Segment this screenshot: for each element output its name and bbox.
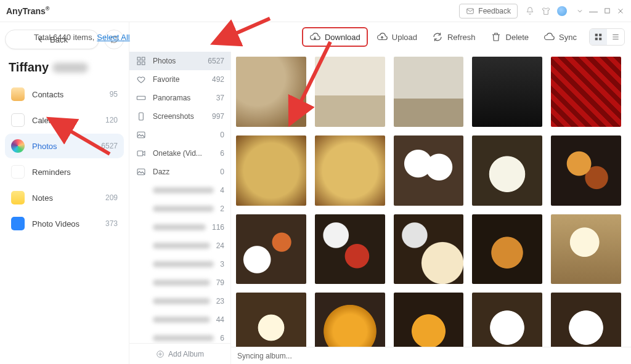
album-label — [153, 187, 214, 193]
photo-thumbnail[interactable] — [551, 293, 621, 347]
album-item[interactable]: 4 — [129, 181, 230, 200]
download-button[interactable]: Download — [302, 27, 368, 47]
avatar-icon[interactable] — [557, 6, 567, 16]
album-item[interactable]: 0 — [129, 126, 230, 144]
album-item[interactable]: 6 — [129, 329, 230, 343]
image-icon — [136, 277, 147, 288]
photo-thumbnail[interactable] — [236, 214, 306, 285]
bell-icon[interactable] — [525, 6, 535, 16]
album-item[interactable]: Panoramas 37 — [129, 89, 230, 107]
download-label: Download — [325, 33, 360, 42]
status-bar: Syncing album... — [231, 347, 631, 364]
delete-button[interactable]: Delete — [484, 27, 535, 47]
sync-button[interactable]: Sync — [537, 27, 583, 47]
sidebar-item-count: 120 — [105, 116, 118, 124]
album-count: 0 — [220, 168, 224, 176]
album-sidebar: Photos 6527 Favorite 492 Panoramas 37 Sc… — [129, 22, 231, 364]
sidebar-item-video[interactable]: Photo Videos 373 — [5, 211, 124, 236]
photo-thumbnail[interactable] — [236, 293, 306, 347]
album-item[interactable]: 116 — [129, 218, 230, 237]
photo-thumbnail[interactable] — [394, 57, 464, 127]
refresh-button[interactable]: Refresh — [426, 27, 482, 47]
minimize-icon[interactable]: — — [589, 6, 598, 16]
feedback-button[interactable]: Feedback — [459, 4, 518, 18]
back-button[interactable]: Back — [5, 30, 99, 49]
photo-grid-scroll[interactable] — [231, 52, 631, 347]
album-item[interactable]: Photos 6527 — [129, 52, 230, 70]
album-label — [153, 261, 214, 267]
tshirt-icon[interactable] — [541, 6, 551, 16]
image-icon — [136, 203, 147, 214]
sync-label: Sync — [559, 33, 577, 42]
upload-button[interactable]: Upload — [370, 27, 423, 47]
album-item[interactable]: 3 — [129, 255, 230, 273]
photo-thumbnail[interactable] — [551, 57, 621, 127]
calendar-icon — [11, 113, 25, 127]
photo-thumbnail[interactable] — [315, 57, 385, 127]
grid-view-icon[interactable] — [590, 29, 607, 45]
add-album-button[interactable]: Add Album — [129, 343, 230, 364]
sidebar: Back Tiffany Contacts 95 Calendar 120 Ph… — [0, 22, 129, 364]
photo-thumbnail[interactable] — [394, 293, 464, 347]
add-album-label: Add Album — [168, 350, 204, 358]
sidebar-item-contacts[interactable]: Contacts 95 — [5, 82, 124, 107]
plus-circle-icon — [156, 350, 165, 358]
svg-rect-12 — [595, 34, 598, 36]
album-label: Onetake (Vid... — [153, 149, 214, 158]
sidebar-item-photos[interactable]: Photos 6527 — [5, 134, 124, 158]
photo-thumbnail[interactable] — [472, 57, 542, 127]
arrow-left-icon — [36, 35, 45, 44]
image-icon — [136, 166, 147, 177]
photo-thumbnail[interactable] — [472, 293, 542, 347]
album-label — [153, 335, 214, 341]
album-label: Photos — [153, 57, 202, 65]
svg-rect-14 — [595, 38, 598, 40]
chevron-down-icon[interactable] — [576, 7, 584, 15]
notes-icon — [11, 191, 25, 204]
album-item[interactable]: Favorite 492 — [129, 70, 230, 89]
photo-thumbnail[interactable] — [394, 214, 464, 285]
album-list[interactable]: Photos 6527 Favorite 492 Panoramas 37 Sc… — [129, 52, 230, 343]
photo-thumbnail[interactable] — [315, 135, 385, 206]
image-icon — [136, 240, 147, 251]
image-icon — [136, 314, 147, 325]
album-item[interactable]: 24 — [129, 237, 230, 255]
album-item[interactable]: 44 — [129, 310, 230, 329]
album-label — [153, 243, 210, 249]
album-item[interactable]: Dazz 0 — [129, 163, 230, 181]
main-panel: Total 6440 items, Select All Download Up… — [231, 22, 631, 364]
sidebar-item-label: Photos — [32, 142, 57, 151]
list-view-icon[interactable] — [607, 29, 624, 45]
photo-thumbnail[interactable] — [551, 135, 621, 206]
grid-icon — [136, 55, 147, 67]
username: Tiffany — [5, 58, 124, 82]
username-redacted — [52, 63, 88, 73]
sidebar-item-calendar[interactable]: Calendar 120 — [5, 108, 124, 132]
album-count: 4 — [220, 186, 224, 195]
close-icon[interactable] — [616, 7, 625, 15]
album-item[interactable]: Onetake (Vid... 6 — [129, 144, 230, 163]
photo-thumbnail[interactable] — [472, 135, 542, 206]
album-count: 492 — [212, 75, 224, 84]
album-count: 116 — [212, 223, 224, 232]
sidebar-item-notes[interactable]: Notes 209 — [5, 185, 124, 210]
album-count: 997 — [212, 112, 224, 121]
album-item[interactable]: 79 — [129, 273, 230, 292]
sidebar-item-count: 373 — [105, 219, 118, 228]
album-label: Favorite — [153, 75, 206, 84]
album-item[interactable]: 23 — [129, 292, 230, 310]
refresh-icon — [432, 31, 443, 42]
album-item[interactable]: Screenshots 997 — [129, 107, 230, 126]
photo-thumbnail[interactable] — [394, 135, 464, 206]
album-item[interactable]: 2 — [129, 200, 230, 218]
sidebar-item-count: 95 — [110, 90, 118, 99]
photo-thumbnail[interactable] — [315, 214, 385, 285]
photo-thumbnail[interactable] — [236, 57, 306, 127]
photo-thumbnail[interactable] — [551, 214, 621, 285]
maximize-icon[interactable] — [603, 7, 611, 14]
photo-thumbnail[interactable] — [315, 293, 385, 347]
sidebar-item-reminders[interactable]: Reminders — [5, 160, 124, 184]
photo-thumbnail[interactable] — [472, 214, 542, 285]
photo-thumbnail[interactable] — [236, 135, 306, 206]
select-all-link[interactable]: Select All — [97, 33, 129, 42]
